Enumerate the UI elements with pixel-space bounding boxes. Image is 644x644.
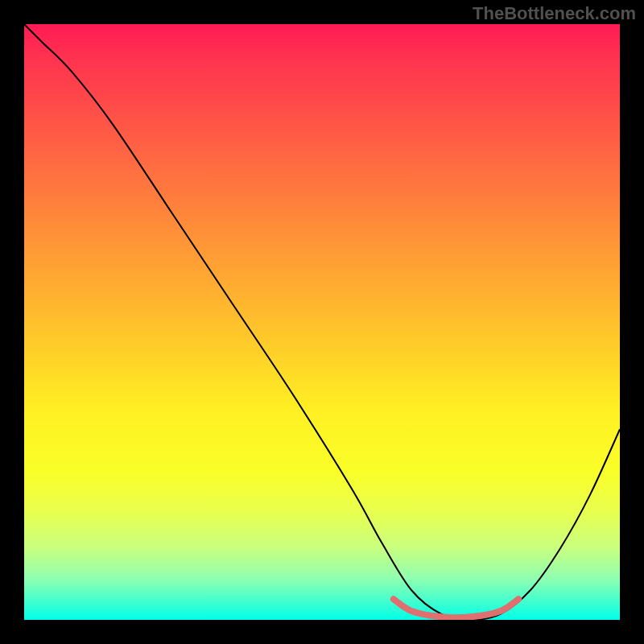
chart-background-gradient [24, 24, 620, 620]
watermark-text: TheBottleneck.com [473, 3, 636, 24]
